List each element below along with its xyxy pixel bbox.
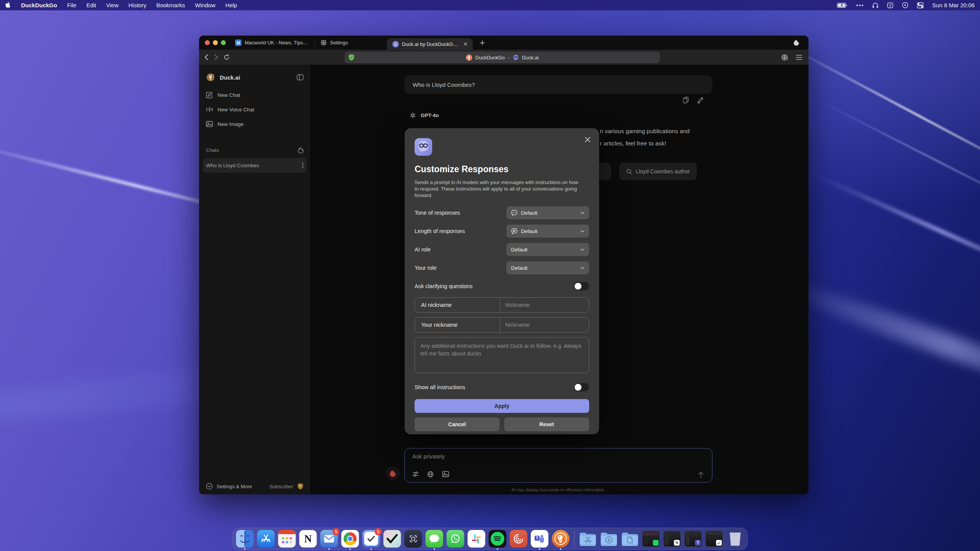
dock-folder-applications[interactable] [579,530,597,548]
playback-status-icon[interactable] [902,2,908,8]
length-row: Length of responses Default [415,225,589,238]
ai-role-dropdown[interactable]: Default [506,243,589,256]
prompt-composer [404,448,712,483]
sidebar-collapse-icon[interactable] [297,74,304,80]
breadcrumb-page[interactable]: Duck.ai [522,55,539,60]
dock-folder-documents[interactable] [621,530,639,548]
model-settings-icon[interactable] [412,471,419,478]
svg-text:T: T [536,536,538,540]
model-name: GPT-4o [421,112,439,118]
dock-folder-downloads[interactable] [600,530,618,548]
clarifying-toggle[interactable] [574,282,589,290]
dock-whatsapp[interactable] [447,530,464,548]
new-tab-button[interactable] [480,40,485,46]
privacy-shield-icon[interactable] [348,54,354,61]
dock-pocket-casts[interactable] [510,530,528,548]
dock-trash[interactable] [727,530,744,548]
new-chat-button[interactable]: New Chat [203,88,307,102]
chat-item-menu-icon[interactable] [302,162,304,168]
site-permissions-icon[interactable] [781,54,789,61]
show-all-row: Show all instructions [415,381,589,394]
close-window-button[interactable] [205,40,210,45]
apple-menu-icon[interactable] [5,2,11,8]
apply-button[interactable]: Apply [415,399,589,413]
dock-minimized-window-teams[interactable]: T [684,531,702,547]
control-center-icon[interactable] [917,2,924,8]
tab-settings[interactable]: Settings [315,36,353,50]
dock-chrome[interactable] [341,530,359,548]
new-chat-label: New Chat [217,92,240,98]
menu-bookmarks[interactable]: Bookmarks [156,2,185,8]
dock-messages[interactable] [426,530,443,548]
send-button[interactable] [697,471,704,478]
dock-notion[interactable]: N [299,530,317,548]
breadcrumb-site[interactable]: DuckDuckGo [475,55,505,60]
ai-nickname-input[interactable] [500,298,589,312]
tone-row: Tone of responses Default [415,206,589,219]
subscriber-badge-icon [297,483,304,490]
reset-button[interactable]: Reset [504,417,589,431]
battery-icon[interactable] [837,3,848,8]
dock-things[interactable]: 5 [363,530,380,548]
dock: N 5 5 T [232,528,748,550]
your-role-dropdown[interactable]: Default [506,261,589,274]
browser-menu-icon[interactable] [795,55,802,60]
more-status-icon[interactable] [856,4,864,7]
additional-instructions-input[interactable] [415,337,589,373]
dock-capture-app[interactable] [405,530,422,548]
your-nickname-row: Your nickname [415,317,589,333]
reload-button[interactable] [224,54,230,60]
tab-macworld[interactable]: M Macworld UK - News, Tips & Re [230,36,315,50]
menu-view[interactable]: View [106,2,118,8]
cancel-button[interactable]: Cancel [415,417,500,431]
settings-more-button[interactable]: Settings & More [206,483,252,490]
burn-chats-icon[interactable] [298,147,304,153]
web-search-icon[interactable] [427,471,434,478]
menu-edit[interactable]: Edit [86,2,96,8]
copy-icon[interactable] [683,97,689,103]
dock-app-store[interactable] [257,530,275,548]
dock-minimized-window-things[interactable] [706,531,723,547]
address-bar[interactable]: DuckDuckGo › Duck.ai [345,52,660,63]
prompt-input[interactable] [412,453,680,460]
fire-button[interactable] [386,466,400,480]
dock-slack[interactable] [468,530,485,548]
dock-spotify[interactable] [489,530,506,548]
edit-message-icon[interactable] [697,97,704,103]
headphones-icon[interactable] [872,2,879,8]
ai-nickname-label: AI nickname [415,302,500,308]
tone-dropdown[interactable]: Default [506,206,589,219]
new-image-button[interactable]: New Image [203,117,307,131]
back-button[interactable] [204,54,209,60]
length-dropdown[interactable]: Default [506,225,589,238]
minimize-window-button[interactable] [213,40,218,45]
dock-calendar[interactable] [278,530,296,548]
your-nickname-input[interactable] [500,318,589,332]
fire-button-tabbar[interactable] [794,39,799,46]
dock-check-app[interactable] [384,530,401,548]
menu-help[interactable]: Help [225,2,237,8]
chat-history-item[interactable]: Who is Lloyd Coombes [203,158,307,173]
dock-minimized-window-spotify[interactable] [642,531,660,547]
new-voice-chat-button[interactable]: New Voice Chat [203,102,307,117]
menubar-clock[interactable]: Sun 8 Mar 20:06 [932,2,975,8]
zoom-window-button[interactable] [221,40,226,45]
menu-history[interactable]: History [128,2,146,8]
forward-button[interactable] [214,54,218,60]
dock-duckduckgo[interactable] [552,530,570,548]
chats-section-header: Chats [203,144,307,156]
menubar-app-name[interactable]: DuckDuckGo [21,2,57,8]
show-all-toggle[interactable] [574,383,589,391]
image-attach-icon[interactable] [442,471,449,478]
dock-teams[interactable]: T [531,530,549,548]
search-chip[interactable]: Lloyd Coombes author [619,163,697,180]
close-tab-icon[interactable] [464,42,467,46]
dock-minimized-window-notion[interactable]: N [663,531,681,547]
calendar-status-icon[interactable]: 8 [887,2,893,8]
close-modal-icon[interactable] [585,137,591,143]
tab-duckai-active[interactable]: Duck.ai by DuckDuckGo. Priv [387,38,473,50]
menu-file[interactable]: File [67,2,76,8]
dock-finder[interactable] [236,530,254,548]
menu-window[interactable]: Window [195,2,215,8]
dock-mail-spark[interactable]: 5 [320,530,338,548]
